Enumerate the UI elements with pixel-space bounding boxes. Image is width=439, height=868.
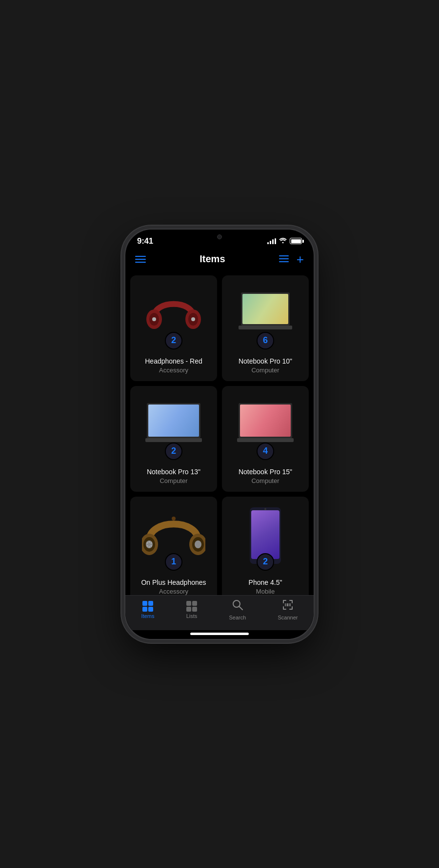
svg-point-27: [151, 545, 152, 546]
svg-rect-11: [148, 405, 199, 437]
svg-point-0: [282, 242, 284, 244]
item-card[interactable]: 2 Notebook Pro 13" Computer: [130, 386, 217, 492]
svg-rect-30: [251, 510, 279, 559]
svg-point-28: [172, 517, 176, 521]
item-card[interactable]: 6 Notebook Pro 10" Computer: [222, 275, 309, 381]
tab-search[interactable]: Search: [224, 599, 251, 620]
battery-icon: [290, 238, 302, 244]
wifi-icon: [279, 237, 287, 245]
items-grid: 2 Headphones - Red Accessory: [130, 275, 309, 595]
item-badge-phone-45: 2: [257, 553, 274, 571]
svg-point-22: [147, 542, 148, 543]
status-bar: 9:41: [125, 230, 314, 249]
search-icon: [232, 599, 243, 613]
item-badge-notebook-13: 2: [165, 443, 182, 460]
lists-icon: [186, 601, 197, 612]
item-category-notebook-10: Computer: [251, 366, 279, 374]
tab-lists-label: Lists: [186, 613, 198, 619]
navigation-bar: Items +: [125, 249, 314, 270]
item-badge-headphones-red: 2: [165, 332, 182, 349]
notch: [188, 230, 251, 244]
svg-rect-15: [237, 438, 294, 442]
svg-line-40: [239, 606, 242, 610]
svg-point-31: [264, 508, 266, 510]
svg-point-5: [152, 317, 156, 321]
item-badge-on-plus: 1: [165, 553, 182, 571]
notch-camera: [217, 234, 222, 239]
tab-lists[interactable]: Lists: [181, 601, 202, 619]
item-name-headphones-red: Headphones - Red: [145, 357, 202, 366]
svg-point-25: [147, 545, 148, 546]
status-icons: [267, 237, 302, 245]
item-category-notebook-15: Computer: [251, 477, 279, 484]
items-icon: [142, 601, 153, 612]
svg-point-6: [191, 317, 195, 321]
item-image-notebook-15: 4: [234, 396, 297, 454]
item-category-headphones-red: Accessory: [159, 366, 188, 374]
item-image-notebook-13: 2: [142, 396, 205, 454]
home-indicator-area: [125, 630, 314, 639]
tab-items[interactable]: Items: [137, 601, 160, 619]
tab-scanner-label: Scanner: [278, 615, 298, 620]
item-category-phone-45: Mobile: [256, 588, 275, 595]
item-image-phone-45: 2: [234, 506, 297, 565]
dropdown-button[interactable]: [279, 253, 289, 265]
item-badge-notebook-10: 6: [257, 332, 274, 349]
tab-search-label: Search: [229, 615, 246, 620]
item-image-headphones-red: 2: [142, 285, 205, 344]
item-card[interactable]: 1 On Plus Headphones Accessory: [130, 497, 217, 595]
item-category-on-plus: Accessory: [159, 588, 188, 595]
tab-items-label: Items: [141, 613, 155, 619]
phone-frame: 9:41: [124, 229, 315, 640]
add-button[interactable]: +: [297, 253, 304, 266]
item-name-notebook-13: Notebook Pro 13": [147, 467, 200, 476]
item-card[interactable]: 4 Notebook Pro 15" Computer: [222, 386, 309, 492]
svg-point-24: [151, 542, 152, 543]
item-name-notebook-15: Notebook Pro 15": [239, 467, 292, 476]
item-image-notebook-10: 6: [234, 285, 297, 344]
home-indicator: [190, 633, 249, 635]
signal-icon: [267, 238, 276, 244]
tab-scanner[interactable]: Scanner: [273, 599, 302, 620]
svg-point-23: [149, 541, 150, 542]
svg-rect-12: [145, 438, 202, 442]
svg-rect-14: [240, 405, 291, 437]
item-name-phone-45: Phone 4.5": [249, 578, 282, 587]
item-category-notebook-13: Computer: [160, 477, 187, 484]
item-name-notebook-10: Notebook Pro 10": [239, 357, 292, 366]
item-name-on-plus: On Plus Headphones: [141, 578, 206, 587]
item-card[interactable]: 2 Headphones - Red Accessory: [130, 275, 217, 381]
item-image-on-plus: 1: [142, 506, 205, 565]
page-title: Items: [200, 253, 225, 265]
menu-button[interactable]: [135, 256, 146, 263]
svg-point-21: [195, 540, 201, 548]
items-container[interactable]: 2 Headphones - Red Accessory: [125, 270, 314, 595]
svg-rect-8: [242, 294, 288, 324]
nav-actions: +: [279, 253, 304, 266]
phone-screen: 9:41: [125, 230, 314, 639]
status-time: 9:41: [137, 236, 153, 246]
item-card[interactable]: 2 Phone 4.5" Mobile: [222, 497, 309, 595]
scanner-icon: [282, 599, 293, 613]
item-badge-notebook-15: 4: [257, 443, 274, 460]
tab-bar: Items Lists: [125, 595, 314, 630]
svg-rect-9: [239, 326, 292, 329]
svg-point-26: [149, 546, 150, 547]
